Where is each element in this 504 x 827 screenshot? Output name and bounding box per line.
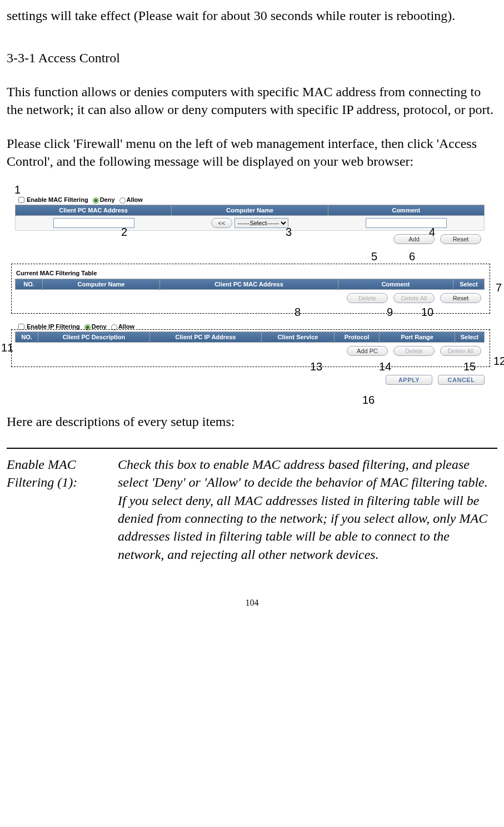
annot-11: 11: [1, 340, 13, 355]
mac-input-row: << ------Select------: [15, 216, 485, 231]
cancel-button[interactable]: CANCEL: [438, 375, 485, 385]
ip-deny-label: Deny: [92, 323, 107, 331]
desc-label: Enable MAC Filtering (1):: [7, 455, 118, 563]
cur-col-mac: Client PC MAC Address: [160, 279, 338, 290]
apply-button[interactable]: APPLY: [386, 375, 432, 385]
mac-col-name: Computer Name: [172, 205, 328, 216]
separator: [7, 448, 497, 449]
annot-6: 6: [409, 249, 415, 264]
annot-13: 13: [310, 359, 322, 374]
annot-3: 3: [286, 225, 292, 240]
ip-col-ip: Client PC IP Address: [150, 331, 262, 343]
paragraph-2: Please click 'Firewall' menu on the left…: [7, 135, 497, 171]
cur-col-name: Computer Name: [43, 279, 160, 290]
final-button-row: APPLY CANCEL: [15, 375, 488, 385]
mac-add-button[interactable]: Add: [393, 234, 435, 244]
current-header-row: NO. Computer Name Client PC MAC Address …: [15, 279, 485, 290]
annot-15: 15: [463, 359, 476, 374]
intro-text: settings will take effect (Please wait f…: [7, 7, 497, 24]
ip-col-proto: Protocol: [335, 331, 380, 343]
copy-button[interactable]: <<: [211, 218, 233, 228]
annot-5: 5: [371, 249, 377, 264]
screenshot-figure: Enable MAC Filtering Deny Allow Client P…: [7, 186, 493, 408]
annot-2: 2: [121, 225, 127, 240]
annot-12: 12: [493, 354, 504, 369]
computer-select[interactable]: ------Select------: [234, 218, 288, 228]
mac-col-comment: Comment: [328, 205, 484, 216]
enable-mac-checkbox[interactable]: [18, 197, 24, 203]
enable-ip-checkbox[interactable]: [18, 324, 24, 330]
annot-4: 4: [429, 225, 435, 240]
cur-reset-button[interactable]: Reset: [440, 293, 481, 303]
section-heading: 3-3-1 Access Control: [7, 49, 497, 67]
ip-col-range: Port Range: [380, 331, 455, 343]
annot-1: 1: [14, 182, 21, 197]
current-mac-panel: Current MAC Filtering Table NO. Computer…: [15, 269, 485, 311]
enable-ip-label: Enable IP Filtering: [27, 323, 80, 331]
mac-topbar: Enable MAC Filtering Deny Allow: [15, 195, 485, 205]
annot-7: 7: [496, 280, 502, 295]
ip-deny-radio[interactable]: [84, 324, 91, 330]
mac-allow-radio[interactable]: [119, 197, 126, 204]
desc-row-1: Enable MAC Filtering (1): Check this box…: [7, 455, 497, 563]
annot-14: 14: [379, 359, 391, 374]
ip-topbar: Enable IP Filtering Deny Allow: [15, 321, 485, 331]
mac-reset-button[interactable]: Reset: [440, 234, 481, 244]
desc-intro: Here are descriptions of every setup ite…: [7, 413, 497, 430]
mac-deny-label: Deny: [100, 196, 115, 204]
cur-delete-button[interactable]: Delete: [347, 293, 388, 303]
ip-header-row: NO. Client PC Description Client PC IP A…: [15, 331, 485, 343]
cur-col-no: NO.: [16, 279, 43, 290]
ip-col-no: NO.: [16, 331, 38, 343]
mac-deny-radio[interactable]: [93, 197, 99, 204]
annot-9: 9: [387, 305, 393, 320]
enable-mac-label: Enable MAC Filtering: [27, 196, 88, 204]
ip-allow-radio[interactable]: [111, 324, 117, 330]
ip-allow-label: Allow: [118, 323, 134, 331]
cur-col-select: Select: [453, 279, 484, 290]
desc-text: Check this box to enable MAC address bas…: [118, 455, 497, 563]
mac-col-mac: Client PC MAC Address: [16, 205, 172, 216]
paragraph-1: This function allows or denies computers…: [7, 83, 497, 119]
ip-col-desc: Client PC Description: [38, 331, 150, 343]
cur-delete-all-button[interactable]: Delete All: [393, 293, 435, 303]
ip-add-pc-button[interactable]: Add PC: [347, 346, 388, 356]
ip-delete-all-button[interactable]: Delete All: [440, 346, 481, 356]
annot-8: 8: [295, 305, 301, 320]
mac-header-row: Client PC MAC Address Computer Name Comm…: [15, 205, 485, 216]
ip-col-select: Select: [455, 331, 484, 343]
ip-filtering-panel: Enable IP Filtering Deny Allow NO. Clien…: [15, 321, 485, 365]
annot-16: 16: [362, 393, 375, 408]
mac-allow-label: Allow: [127, 196, 143, 204]
page-number: 104: [7, 597, 497, 609]
ip-col-service: Client Service: [262, 331, 335, 343]
ip-delete-button[interactable]: Delete: [393, 346, 435, 356]
cur-col-comment: Comment: [338, 279, 453, 290]
current-mac-title: Current MAC Filtering Table: [15, 269, 485, 278]
annot-10: 10: [421, 305, 433, 320]
